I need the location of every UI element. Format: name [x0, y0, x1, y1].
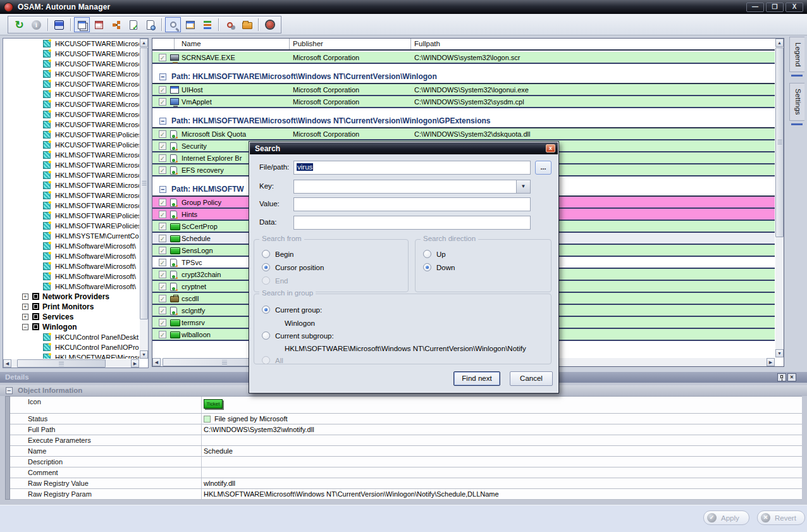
- tree-item-hkcu-software-microso[interactable]: HKCU\SOFTWARE\Microso: [3, 79, 139, 89]
- plugin-toolbar-button[interactable]: [262, 17, 278, 32]
- tree-item-hklm-software-microso[interactable]: HKLM\SOFTWARE\Microso: [3, 201, 139, 211]
- tree-item-hklm-software-microsoft[interactable]: HKLM\Software\Microsoft\: [3, 271, 139, 281]
- tree-item-hklm-software-microso[interactable]: HKLM\SOFTWARE\Microso: [3, 352, 139, 359]
- tree-checkbox[interactable]: [32, 323, 39, 330]
- tree-item-hklm-software-microsoft[interactable]: HKLM\Software\Microsoft\: [3, 241, 139, 251]
- tree-item-hkcu-software-microso[interactable]: HKCU\SOFTWARE\Microso: [3, 39, 139, 49]
- scroll-up-icon[interactable]: ▲: [140, 39, 148, 47]
- column-header-fullpath[interactable]: Fullpath: [414, 40, 440, 47]
- row-checkbox[interactable]: ✓: [159, 307, 166, 314]
- cancel-button[interactable]: Cancel: [510, 371, 553, 386]
- tree-item-hklm-software-microso[interactable]: HKLM\SOFTWARE\Microso: [3, 150, 139, 160]
- save-toolbar-button[interactable]: [51, 17, 67, 32]
- search-dialog-titlebar[interactable]: Search x: [250, 142, 558, 154]
- tree-item-hkcu-software-microso[interactable]: HKCU\SOFTWARE\Microso: [3, 99, 139, 109]
- tree-hscroll-thumb[interactable]: [17, 359, 106, 368]
- row-checkbox[interactable]: ✓: [159, 166, 166, 174]
- row-checkbox[interactable]: ✓: [159, 211, 166, 218]
- tree-item-print-monitors[interactable]: +Print Monitors: [3, 302, 139, 312]
- radio-selected-icon[interactable]: [262, 306, 270, 314]
- close-button[interactable]: X: [785, 3, 803, 12]
- row-checkbox[interactable]: ✓: [159, 283, 166, 290]
- row-checkbox[interactable]: ✓: [159, 142, 166, 150]
- listset-toolbar-button[interactable]: [199, 17, 215, 32]
- group-header-row[interactable]: −Path: HKLM\SOFTWARE\Microsoft\Windows N…: [152, 115, 775, 128]
- expand-plus-icon[interactable]: +: [22, 304, 28, 310]
- radio-unselected-icon[interactable]: [262, 250, 270, 258]
- copy-toolbar-button[interactable]: [74, 17, 90, 32]
- tree-item-hkcu-control-panel-deskt[interactable]: HKCU\Control Panel\Deskt: [3, 332, 139, 342]
- folder-toolbar-button[interactable]: [239, 17, 255, 32]
- row-checkbox[interactable]: ✓: [159, 331, 166, 338]
- row-checkbox[interactable]: ✓: [159, 271, 166, 278]
- scroll-right-icon[interactable]: ▶: [131, 359, 139, 368]
- minimize-button[interactable]: —: [746, 3, 764, 12]
- restore-button[interactable]: ❐: [766, 3, 784, 12]
- winreport-toolbar-button[interactable]: [182, 17, 198, 32]
- collapse-group-icon[interactable]: −: [159, 73, 166, 80]
- tree-item-network-providers[interactable]: +Network Providers: [3, 292, 139, 302]
- column-header-name[interactable]: Name: [182, 40, 201, 47]
- tree-item-hkcu-control-panel-iopro[interactable]: HKCU\Control Panel\IOPro: [3, 342, 139, 352]
- tree-item-hkcu-software-microso[interactable]: HKCU\SOFTWARE\Microso: [3, 59, 139, 69]
- tree-item-hkcu-software-policies[interactable]: HKCU\SOFTWARE\Policies': [3, 140, 139, 150]
- tree-item-hklm-system-currentcor[interactable]: HKLM\SYSTEM\CurrentCor: [3, 231, 139, 241]
- tree-checkbox[interactable]: [32, 303, 39, 310]
- tree-item-hkcu-software-policies[interactable]: HKCU\SOFTWARE\Policies': [3, 130, 139, 140]
- scroll-up-icon[interactable]: ▲: [775, 39, 784, 47]
- radio-option-current-subgroup[interactable]: Current subgroup:: [262, 331, 334, 340]
- row-checkbox[interactable]: ✓: [159, 130, 166, 138]
- collapse-group-icon[interactable]: −: [159, 118, 166, 125]
- apply-button[interactable]: ✓ Apply: [703, 510, 749, 525]
- pin-icon[interactable]: [777, 373, 786, 381]
- tree-item-hkcu-software-microso[interactable]: HKCU\SOFTWARE\Microso: [3, 49, 139, 59]
- side-tab-settings[interactable]: Settings: [789, 83, 804, 121]
- scroll-down-icon[interactable]: ▼: [140, 350, 148, 359]
- browse-button[interactable]: ...: [535, 161, 551, 175]
- combo-dropdown-icon[interactable]: ▼: [516, 180, 530, 193]
- row-checkbox[interactable]: ✓: [159, 235, 166, 242]
- row-checkbox[interactable]: ✓: [159, 54, 166, 61]
- tree-item-winlogon[interactable]: −Winlogon: [3, 322, 139, 332]
- radio-selected-icon[interactable]: [423, 263, 431, 271]
- scroll-down-icon[interactable]: ▼: [775, 349, 784, 357]
- tree-item-hkcu-software-microso[interactable]: HKCU\SOFTWARE\Microso: [3, 69, 139, 79]
- radio-unselected-icon[interactable]: [262, 276, 270, 285]
- gears-toolbar-button[interactable]: [222, 17, 238, 32]
- radio-unselected-icon[interactable]: [262, 356, 270, 364]
- radio-option-cursor-position[interactable]: Cursor position: [262, 263, 324, 271]
- tree-item-hkcu-software-microso[interactable]: HKCU\SOFTWARE\Microso: [3, 120, 139, 130]
- verifydoc-toolbar-button[interactable]: [125, 17, 141, 32]
- radio-option-end[interactable]: End: [262, 276, 288, 285]
- list-scroll-thumb[interactable]: [775, 47, 784, 237]
- row-checkbox[interactable]: ✓: [159, 154, 166, 162]
- group-header-row[interactable]: −Path: HKLM\SOFTWARE\Microsoft\Windows N…: [152, 71, 775, 84]
- radio-option-current-group[interactable]: Current group:: [262, 306, 322, 314]
- close-dialog-icon[interactable]: x: [546, 144, 555, 152]
- doc-toolbar-button[interactable]: [142, 17, 158, 32]
- expand-plus-icon[interactable]: +: [22, 294, 28, 300]
- tree-item-hklm-software-microso[interactable]: HKLM\SOFTWARE\Microso: [3, 160, 139, 170]
- list-row-vmapplet[interactable]: ✓VmAppletMicrosoft CorporationC:\WINDOWS…: [152, 96, 775, 108]
- row-checkbox[interactable]: ✓: [159, 98, 166, 106]
- list-vertical-scrollbar[interactable]: ▲ ▼: [775, 39, 784, 357]
- info-toolbar-button[interactable]: i: [28, 17, 44, 32]
- row-checkbox[interactable]: ✓: [159, 319, 166, 326]
- collapse-minus-icon[interactable]: −: [22, 324, 28, 330]
- tree-item-hklm-software-microso[interactable]: HKLM\SOFTWARE\Microso: [3, 180, 139, 190]
- tree-checkbox[interactable]: [32, 293, 39, 300]
- side-tab-legend[interactable]: Legend: [789, 37, 804, 72]
- tree-item-hkcu-software-microso[interactable]: HKCU\SOFTWARE\Microso: [3, 89, 139, 99]
- tree-toolbar-button[interactable]: [108, 17, 124, 32]
- tree-checkbox[interactable]: [32, 313, 39, 320]
- tree-item-hklm-software-policies[interactable]: HKLM\SOFTWARE\Policies\: [3, 221, 139, 231]
- report-toolbar-button[interactable]: [91, 17, 107, 32]
- close-details-icon[interactable]: ×: [787, 373, 796, 381]
- collapse-group-icon[interactable]: −: [159, 186, 166, 193]
- field-input-key[interactable]: ▼: [293, 180, 531, 194]
- row-checkbox[interactable]: ✓: [159, 86, 166, 94]
- radio-option-up[interactable]: Up: [423, 250, 446, 258]
- radio-unselected-icon[interactable]: [262, 331, 270, 340]
- column-header-publisher[interactable]: Publisher: [293, 40, 323, 47]
- list-row-microsoft-disk-quota[interactable]: ✓Microsoft Disk QuotaMicrosoft Corporati…: [152, 128, 775, 140]
